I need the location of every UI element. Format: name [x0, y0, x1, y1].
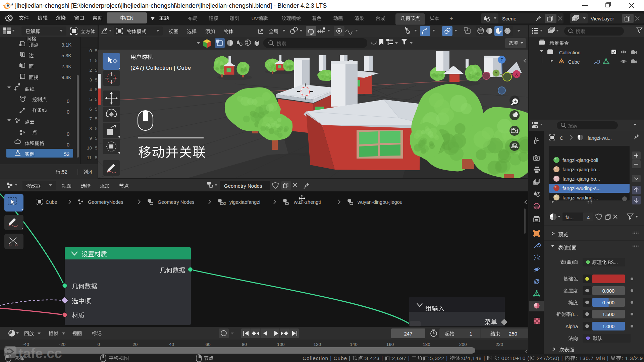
- svg-text:/EN: /EN: [125, 15, 133, 21]
- svg-text:5: 5: [95, 145, 98, 150]
- svg-text:9.4K: 9.4K: [61, 75, 71, 80]
- svg-text:20: 20: [132, 342, 138, 347]
- svg-text::2,697 |: :2,697 |: [390, 355, 412, 361]
- svg-text::52: :52: [61, 169, 67, 175]
- svg-text:60: 60: [205, 342, 210, 347]
- svg-text:11: 11: [87, 155, 92, 160]
- svg-text:140: 140: [350, 342, 358, 347]
- svg-text:5: 5: [95, 136, 98, 141]
- svg-text:5: 5: [95, 48, 98, 53]
- svg-text:160: 160: [386, 342, 394, 347]
- svg-text:: 00:10+10 (: : 00:10+10 (: [498, 355, 529, 361]
- svg-text:5: 5: [95, 58, 98, 63]
- svg-text:0.000: 0.000: [602, 288, 614, 294]
- svg-text:Geometry Nodes: Geometry Nodes: [158, 199, 195, 205]
- svg-text:0: 0: [97, 342, 100, 347]
- svg-text:+: +: [449, 15, 453, 22]
- svg-text:fangzi-qiang-bo...: fangzi-qiang-bo...: [562, 167, 600, 172]
- svg-text:1: 1: [89, 58, 92, 63]
- svg-text:ViewLayer: ViewLayer: [591, 16, 614, 21]
- svg-text:5: 5: [95, 116, 98, 121]
- svg-text:fangzi-wuding-s...: fangzi-wuding-s...: [562, 186, 601, 191]
- svg-text:Collection | Cube |: Collection | Cube |: [303, 355, 352, 361]
- svg-text:fangzi-wu...: fangzi-wu...: [588, 135, 612, 141]
- svg-text:0: 0: [67, 131, 69, 137]
- svg-text:C: C: [560, 135, 563, 141]
- svg-text:5: 5: [95, 97, 98, 102]
- svg-text:1: 1: [470, 331, 472, 337]
- svg-text:fangzi-qiang-bo...: fangzi-qiang-bo...: [562, 176, 600, 182]
- svg-text:wuzi-zhengti: wuzi-zhengti: [293, 199, 321, 205]
- svg-text:0.500: 0.500: [602, 300, 614, 305]
- svg-text:5: 5: [95, 77, 98, 82]
- svg-text:220: 220: [496, 342, 503, 347]
- svg-text:2: 2: [89, 68, 92, 73]
- svg-text:3: 3: [89, 77, 92, 82]
- svg-text::0/4,148 |: :0/4,148 |: [461, 355, 487, 361]
- svg-text:100: 100: [277, 342, 285, 347]
- svg-text:250: 250: [509, 331, 517, 337]
- svg-text:Z: Z: [500, 58, 503, 62]
- svg-text:(247) Collection | Cube: (247) Collection | Cube: [130, 65, 191, 71]
- svg-text:4: 4: [587, 215, 590, 220]
- svg-text::4: :4: [88, 169, 92, 175]
- svg-text:3.1K: 3.1K: [61, 42, 71, 48]
- svg-text:: 1.3/2.9 GiB: : 1.3/2.9 GiB: [622, 355, 644, 361]
- svg-text:6: 6: [89, 107, 92, 112]
- svg-text:1.500: 1.500: [602, 312, 614, 317]
- svg-text:UV: UV: [251, 16, 258, 21]
- svg-text:Geometry Nodes: Geometry Nodes: [224, 183, 262, 189]
- svg-text:Cube: Cube: [568, 59, 580, 65]
- svg-text:2: 2: [224, 202, 226, 205]
- svg-text:0: 0: [67, 109, 69, 115]
- svg-text:40: 40: [169, 342, 174, 347]
- svg-text:120: 120: [314, 342, 321, 347]
- svg-text:(I...: (I...: [571, 312, 578, 317]
- svg-text:247: 247: [404, 331, 412, 337]
- svg-text:yigexiaofangzi: yigexiaofangzi: [229, 199, 260, 205]
- svg-text:tafe.cc: tafe.cc: [18, 346, 62, 361]
- svg-text::3,423 |: :3,423 |: [363, 355, 385, 361]
- svg-text:7: 7: [89, 116, 92, 121]
- svg-text:5: 5: [95, 68, 98, 73]
- svg-text:X: X: [515, 72, 518, 77]
- svg-text:9: 9: [89, 136, 92, 141]
- svg-text:5: 5: [89, 97, 92, 102]
- svg-text:Y: Y: [495, 71, 497, 75]
- svg-text:5: 5: [95, 155, 98, 160]
- svg-text:5: 5: [95, 87, 98, 92]
- svg-text::5,322 |: :5,322 |: [428, 355, 449, 361]
- svg-text:0: 0: [67, 99, 69, 104]
- svg-text:1.000: 1.000: [602, 324, 614, 329]
- svg-text:Cube: Cube: [46, 199, 57, 205]
- svg-text:5: 5: [95, 107, 98, 112]
- svg-text:GeometryNodes: GeometryNodes: [88, 199, 123, 205]
- svg-text:80: 80: [242, 342, 247, 347]
- svg-text:5: 5: [95, 126, 98, 131]
- svg-text:5.3K: 5.3K: [61, 53, 71, 58]
- svg-text:* jihejiedian-chengshi [E:\ble: * jihejiedian-chengshi [E:\blenderprojec…: [11, 2, 327, 9]
- svg-text:4: 4: [89, 87, 92, 92]
- svg-text:8: 8: [89, 126, 92, 131]
- svg-text:: 130.7 MiB |: : 130.7 MiB |: [576, 355, 611, 361]
- svg-text:fangzi-qiang-boli: fangzi-qiang-boli: [562, 158, 598, 163]
- svg-text:Alpha: Alpha: [566, 324, 578, 329]
- svg-text:247/250) |: 247/250) |: [535, 355, 565, 361]
- svg-text:fa...: fa...: [566, 215, 574, 220]
- svg-text:10: 10: [87, 145, 92, 150]
- svg-text:180: 180: [423, 342, 430, 347]
- svg-text:Scene: Scene: [502, 16, 517, 21]
- svg-text:wuyan-dingbu-jiegou: wuyan-dingbu-jiegou: [357, 199, 402, 205]
- svg-text:0: 0: [67, 142, 69, 147]
- svg-text:2.4K: 2.4K: [61, 64, 71, 69]
- svg-text:fangzi-wuding-...: fangzi-wuding-...: [562, 195, 598, 200]
- svg-text:52: 52: [64, 152, 69, 157]
- svg-text:200: 200: [459, 342, 467, 347]
- svg-text:Collection: Collection: [559, 50, 581, 55]
- svg-text:0: 0: [89, 48, 92, 53]
